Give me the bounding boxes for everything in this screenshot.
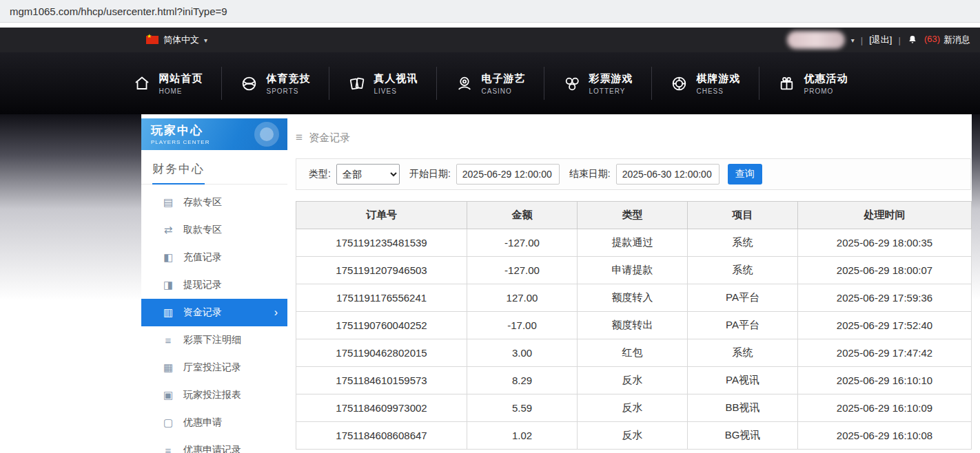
nav-item-home[interactable]: 网站首页HOME [114, 67, 221, 100]
cell-time: 2025-06-29 16:10:08 [798, 422, 972, 450]
cell-project: PA平台 [688, 312, 798, 339]
table-row: 1751191235481539 -127.00 提款通过 系统 2025-06… [296, 229, 972, 257]
main-navigation: 网站首页HOME 体育竞技SPORTS 真人视讯LIVES 电子游艺CASINO… [0, 52, 980, 114]
cell-amount: 1.02 [467, 422, 578, 450]
messages-label: 新消息 [943, 34, 970, 46]
sidebar-item-funds-record[interactable]: ▥ 资金记录› [141, 299, 287, 326]
withdraw-icon: ⇄ [162, 224, 174, 236]
bell-icon[interactable] [907, 34, 918, 45]
lottery-bets-icon: ≡ [162, 335, 174, 346]
type-select[interactable]: 全部 [336, 164, 400, 185]
cell-time: 2025-06-29 18:00:07 [798, 257, 972, 284]
browser-address-bar[interactable]: mgm1065.com/hhcp/usercenter.html?iniType… [0, 0, 980, 23]
breadcrumb-label: 资金记录 [309, 131, 350, 145]
nav-item-lottery[interactable]: 彩票游戏LOTTERY [544, 67, 651, 100]
china-flag-icon: ★ [146, 36, 159, 44]
sidebar-header: 玩家中心 PLAYERS CENTER [141, 118, 287, 150]
nav-item-sports[interactable]: 体育竞技SPORTS [221, 67, 329, 100]
sidebar-item-label: 彩票下注明细 [183, 334, 241, 346]
cards-icon [347, 74, 367, 92]
lottery-icon [562, 74, 582, 92]
cell-time: 2025-06-29 17:47:42 [798, 339, 972, 367]
cell-project: 系统 [688, 257, 798, 284]
cell-type: 反水 [578, 422, 688, 450]
finance-center-heading: 财务中心 [152, 161, 205, 185]
sidebar-item-deposit[interactable]: ▤ 存款专区› [141, 189, 287, 216]
language-label: 简体中文 [163, 34, 199, 46]
gift-icon [777, 74, 797, 92]
cell-amount: 127.00 [467, 284, 578, 312]
decorative-circles-icon [254, 122, 279, 147]
table-row: 1751190760040252 -17.00 额度转出 PA平台 2025-0… [296, 312, 972, 339]
logout-link[interactable]: [退出] [869, 34, 892, 46]
nav-item-casino[interactable]: 电子游艺CASINO [436, 67, 544, 100]
cell-time: 2025-06-29 16:10:09 [798, 394, 972, 422]
divider: | [898, 35, 900, 45]
nav-item-chess[interactable]: 棋牌游戏CHESS [651, 67, 759, 100]
search-button[interactable]: 查询 [728, 164, 762, 185]
cell-amount: 3.00 [467, 339, 578, 367]
nav-item-lives[interactable]: 真人视讯LIVES [329, 67, 436, 100]
breadcrumb: ≡ 资金记录 [296, 131, 972, 145]
sidebar-item-lottery-bets[interactable]: ≡ 彩票下注明细› [141, 326, 287, 354]
cell-amount: 5.59 [467, 394, 578, 422]
chevron-down-icon[interactable]: ▾ [851, 36, 855, 44]
promo-apply-icon: ▢ [162, 417, 174, 429]
divider: | [861, 35, 863, 45]
cell-amount: -127.00 [467, 229, 578, 257]
sidebar-item-label: 充值记录 [183, 251, 222, 264]
sidebar-item-hall-bets[interactable]: ▦ 厅室投注记录› [141, 354, 287, 381]
end-date-input[interactable] [616, 164, 719, 185]
cell-type: 额度转入 [578, 284, 688, 312]
cell-order-id: 1751184608608647 [296, 422, 467, 450]
cell-project: BB视讯 [688, 394, 798, 422]
sidebar-item-recharge-record[interactable]: ◧ 充值记录› [141, 244, 287, 271]
col-project: 项目 [688, 202, 798, 229]
table-row: 1751190462802015 3.00 红包 系统 2025-06-29 1… [296, 339, 972, 367]
cell-order-id: 1751184610159573 [296, 367, 467, 394]
cell-order-id: 1751190760040252 [296, 312, 467, 339]
cell-time: 2025-06-29 17:52:40 [798, 312, 972, 339]
sidebar-item-withdrawal-record[interactable]: ◨ 提现记录› [141, 271, 287, 299]
sidebar-item-promo-record[interactable]: ≡ 优惠申请记录› [141, 436, 287, 453]
sidebar-item-player-report[interactable]: ▣ 玩家投注报表› [141, 381, 287, 409]
cell-type: 红包 [578, 339, 688, 367]
cell-time: 2025-06-29 17:59:36 [798, 284, 972, 312]
sidebar-item-withdraw[interactable]: ⇄ 取款专区› [141, 216, 287, 244]
language-selector[interactable]: ★ 简体中文 ▾ [146, 34, 207, 46]
col-processed-time: 处理时间 [798, 202, 972, 229]
sidebar-item-label: 取款专区 [183, 224, 222, 236]
sidebar-item-label: 优惠申请记录 [183, 444, 241, 453]
cell-amount: -127.00 [467, 257, 578, 284]
nav-item-promo[interactable]: 优惠活动PROMO [759, 67, 866, 100]
sidebar-item-label: 提现记录 [183, 279, 222, 291]
start-date-input[interactable] [456, 164, 560, 185]
cell-amount: 8.29 [467, 367, 578, 394]
cell-time: 2025-06-29 16:10:10 [798, 367, 972, 394]
cell-amount: -17.00 [467, 312, 578, 339]
chevron-down-icon: ▾ [204, 36, 207, 44]
type-label: 类型: [309, 168, 331, 180]
table-row: 1751184608608647 1.02 反水 BG视讯 2025-06-29… [296, 422, 972, 450]
cell-time: 2025-06-29 18:00:35 [798, 229, 972, 257]
menu-icon: ≡ [296, 131, 303, 145]
chevron-right-icon: › [274, 306, 278, 319]
cell-order-id: 1751190462802015 [296, 339, 467, 367]
main-content: ≡ 资金记录 类型: 全部 开始日期: 结束日期: 查询 订单号 [287, 114, 972, 453]
col-order-id: 订单号 [296, 202, 467, 229]
recharge-record-icon: ◧ [162, 251, 174, 264]
cell-order-id: 1751191235481539 [296, 229, 467, 257]
messages-link[interactable]: (63) 新消息 [924, 34, 970, 46]
cell-project: BG视讯 [688, 422, 798, 450]
blurred-username [787, 31, 845, 49]
cell-order-id: 1751191176556241 [296, 284, 467, 312]
cell-project: 系统 [688, 339, 798, 367]
cell-order-id: 1751191207946503 [296, 257, 467, 284]
sidebar-menu: ▤ 存款专区› ⇄ 取款专区› ◧ 充值记录› ◨ 提现记录› ▥ 资金记录 [141, 185, 287, 453]
casino-icon [455, 74, 474, 92]
sidebar-item-promo-apply[interactable]: ▢ 优惠申请› [141, 409, 287, 436]
col-type: 类型 [578, 202, 688, 229]
col-amount: 金额 [467, 202, 578, 229]
top-utility-bar: ★ 简体中文 ▾ ▾ | [退出] | (63) 新消息 [0, 28, 980, 52]
withdrawal-record-icon: ◨ [162, 279, 174, 291]
